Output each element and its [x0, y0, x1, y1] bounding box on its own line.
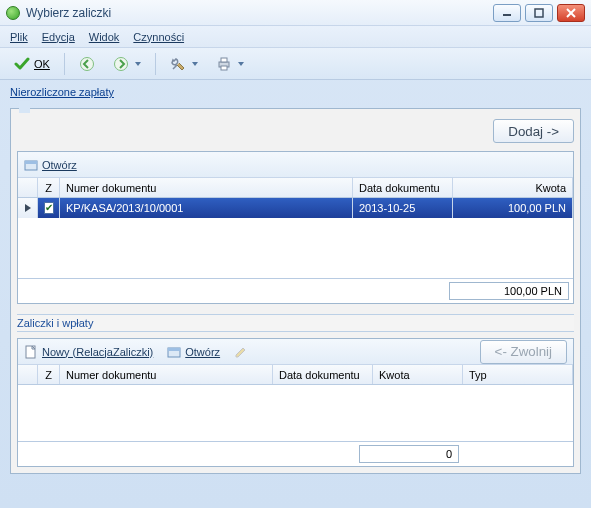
col-doc[interactable]: Numer dokumentu — [60, 365, 273, 384]
col-date[interactable]: Data dokumentu — [273, 365, 373, 384]
svg-point-5 — [114, 57, 127, 70]
menu-bar: Plik Edycja Widok Czynności — [0, 26, 591, 48]
top-sum-row: 100,00 PLN — [18, 278, 573, 303]
app-icon — [6, 6, 20, 20]
row-checkbox-cell: ✔ — [38, 198, 60, 218]
top-grid-toolbar: Otwórz — [18, 152, 573, 178]
top-grid: Otwórz Z Numer dokumentu Data dokumentu … — [17, 151, 574, 304]
table-row[interactable]: ✔ KP/KASA/2013/10/0001 2013-10-25 100,00… — [18, 198, 573, 218]
top-grid-header: Z Numer dokumentu Data dokumentu Kwota — [18, 178, 573, 198]
nav-back-button[interactable] — [73, 52, 101, 76]
open-label-bottom: Otwórz — [185, 346, 220, 358]
menu-file[interactable]: Plik — [10, 31, 28, 43]
minimize-button[interactable] — [493, 4, 521, 22]
bottom-sum-row: 0 — [18, 441, 573, 466]
titlebar: Wybierz zaliczki — [0, 0, 591, 26]
bottom-sum: 0 — [359, 445, 459, 463]
col-amount[interactable]: Kwota — [453, 178, 573, 197]
arrow-right-icon — [113, 56, 129, 72]
check-icon — [14, 56, 30, 72]
row-amount: 100,00 PLN — [453, 198, 573, 218]
release-button: <- Zwolnij — [480, 340, 567, 364]
col-doc[interactable]: Numer dokumentu — [60, 178, 353, 197]
menu-actions[interactable]: Czynności — [133, 31, 184, 43]
new-item[interactable]: Nowy (RelacjaZaliczki) — [24, 345, 153, 359]
open-item[interactable]: Otwórz — [24, 158, 77, 172]
svg-rect-10 — [25, 161, 37, 164]
bottom-grid: Nowy (RelacjaZaliczki) Otwórz <- Z — [17, 338, 574, 467]
main-groupbox: Dodaj -> Otwórz Z Numer dokumentu Data d… — [10, 108, 581, 474]
edit-icon — [234, 345, 248, 359]
svg-rect-8 — [221, 66, 227, 70]
svg-point-4 — [80, 57, 93, 70]
chevron-down-icon — [238, 62, 244, 66]
section-label: Zaliczki i wpłaty — [17, 314, 574, 332]
checkbox-icon[interactable]: ✔ — [44, 202, 54, 214]
col-amount[interactable]: Kwota — [373, 365, 463, 384]
col-type[interactable]: Typ — [463, 365, 573, 384]
chevron-down-icon — [135, 62, 141, 66]
new-label: Nowy (RelacjaZaliczki) — [42, 346, 153, 358]
chevron-down-icon — [192, 62, 198, 66]
row-doc: KP/KASA/2013/10/0001 — [60, 198, 353, 218]
tools-icon — [170, 56, 186, 72]
svg-rect-7 — [221, 58, 227, 62]
close-button[interactable] — [557, 4, 585, 22]
tools-button[interactable] — [164, 52, 204, 76]
bottom-grid-toolbar: Nowy (RelacjaZaliczki) Otwórz <- Z — [18, 339, 573, 365]
svg-rect-1 — [535, 9, 543, 17]
window-title: Wybierz zaliczki — [26, 6, 111, 20]
col-date[interactable]: Data dokumentu — [353, 178, 453, 197]
unsettled-payments-link[interactable]: Nierozliczone zapłaty — [10, 86, 114, 98]
new-icon — [24, 345, 38, 359]
col-z[interactable]: Z — [38, 178, 60, 197]
col-z[interactable]: Z — [38, 365, 60, 384]
ok-label: OK — [34, 58, 50, 70]
nav-forward-button[interactable] — [107, 52, 147, 76]
arrow-left-icon — [79, 56, 95, 72]
bottom-grid-header: Z Numer dokumentu Data dokumentu Kwota T… — [18, 365, 573, 385]
open-item-bottom[interactable]: Otwórz — [167, 345, 220, 359]
svg-rect-13 — [168, 348, 180, 351]
print-button[interactable] — [210, 52, 250, 76]
printer-icon — [216, 56, 232, 72]
menu-view[interactable]: Widok — [89, 31, 120, 43]
menu-edit[interactable]: Edycja — [42, 31, 75, 43]
toolbar: OK — [0, 48, 591, 80]
open-icon — [167, 345, 181, 359]
groupbox-legend — [19, 101, 30, 113]
edit-item-disabled — [234, 345, 248, 359]
row-date: 2013-10-25 — [353, 198, 453, 218]
maximize-button[interactable] — [525, 4, 553, 22]
top-sum: 100,00 PLN — [449, 282, 569, 300]
ok-button[interactable]: OK — [8, 52, 56, 76]
row-header-indicator — [18, 198, 38, 218]
open-icon — [24, 158, 38, 172]
add-button[interactable]: Dodaj -> — [493, 119, 574, 143]
open-label: Otwórz — [42, 159, 77, 171]
